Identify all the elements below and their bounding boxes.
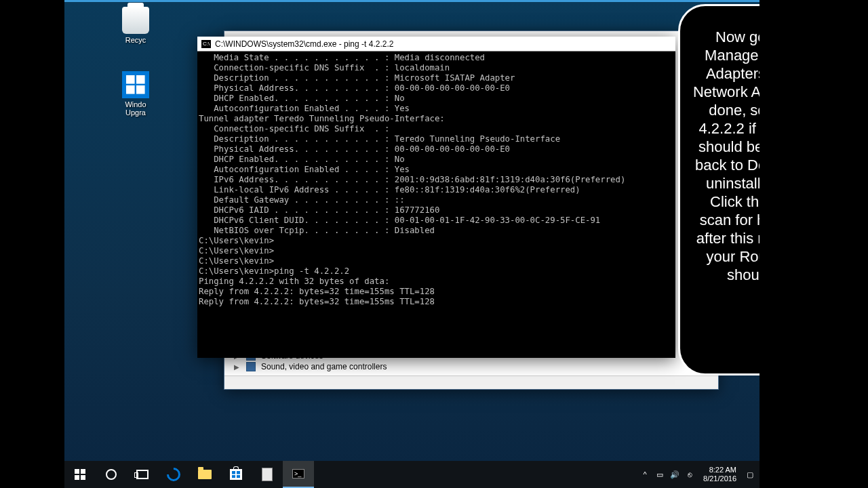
chevron-right-icon: ▶ <box>233 363 241 371</box>
device-icon <box>246 362 256 371</box>
terminal-line: Tunnel adapter Teredo Tunneling Pseudo-I… <box>199 114 675 124</box>
terminal-line: Description . . . . . . . . . . . : Tere… <box>199 134 675 144</box>
store-icon <box>230 469 242 480</box>
edge-button[interactable] <box>158 461 189 488</box>
terminal-line: Reply from 4.2.2.2: bytes=32 time=155ms … <box>199 297 675 307</box>
folder-icon <box>198 470 212 479</box>
battery-icon[interactable]: ▭ <box>653 461 667 488</box>
terminal-line: IPv6 Address. . . . . . . . . . . : 2001… <box>199 175 675 185</box>
network-icon[interactable]: ⎋ <box>683 461 696 488</box>
terminal-line: DHCP Enabled. . . . . . . . . . . : No <box>199 94 675 104</box>
recycle-label: Recyc <box>125 36 146 44</box>
calculator-icon <box>262 468 273 481</box>
terminal-line: Media State . . . . . . . . . . . : Medi… <box>199 53 675 63</box>
tray-chevron-icon[interactable]: ^ <box>638 461 652 488</box>
cmd-icon: >_ <box>292 469 304 479</box>
terminal-line: Reply from 4.2.2.2: bytes=32 time=155ms … <box>199 287 675 297</box>
terminal-line: NetBIOS over Tcpip. . . . . . . . : Disa… <box>199 226 675 236</box>
terminal-line: Physical Address. . . . . . . . . : 00-0… <box>199 83 675 94</box>
desktop-viewport: Recyc Windo Upgra ▶ Software devices ▶ S… <box>64 0 760 488</box>
upgrade-label-2: Upgra <box>125 108 146 117</box>
status-bar <box>224 375 718 389</box>
window-title: C:\WINDOWS\system32\cmd.exe - ping -t 4.… <box>215 39 393 49</box>
window-titlebar[interactable]: C:\ C:\WINDOWS\system32\cmd.exe - ping -… <box>197 37 675 52</box>
terminal-line: Connection-specific DNS Suffix . : local… <box>199 63 675 73</box>
terminal-line: DHCP Enabled. . . . . . . . . . . : No <box>199 155 675 165</box>
cortana-icon <box>106 469 117 480</box>
command-prompt-window[interactable]: C:\ C:\WINDOWS\system32\cmd.exe - ping -… <box>197 37 675 358</box>
volume-icon[interactable]: 🔊 <box>668 461 682 488</box>
action-center-icon[interactable]: ▢ <box>743 461 757 488</box>
recycle-bin-icon[interactable]: Recyc <box>112 7 159 44</box>
terminal-line: Link-local IPv6 Address . . . . . : fe80… <box>199 185 675 195</box>
terminal-line: Autoconfiguration Enabled . . . . : Yes <box>199 104 675 114</box>
terminal-line: DHCPv6 Client DUID. . . . . . . . : 00-0… <box>199 216 675 226</box>
terminal-line: Physical Address. . . . . . . . . : 00-0… <box>199 144 675 155</box>
task-view-icon <box>136 470 149 479</box>
windows-start-icon <box>75 469 85 480</box>
device-label: Sound, video and game controllers <box>261 362 387 371</box>
callout-text: Now go back to Device Manager, expand Ne… <box>693 28 760 283</box>
instruction-callout: Now go back to Device Manager, expand Ne… <box>678 4 760 375</box>
edge-icon <box>164 465 183 484</box>
clock-date: 8/21/2016 <box>703 474 736 483</box>
upgrade-label-1: Windo <box>125 100 146 108</box>
trash-icon <box>122 7 149 34</box>
terminal-line: C:\Users\kevin> <box>199 256 675 266</box>
windows-logo-icon <box>122 71 149 98</box>
file-explorer-button[interactable] <box>189 461 220 488</box>
taskbar[interactable]: >_ ^ ▭ 🔊 ⎋ 8:22 AM 8/21/2016 ▢ <box>64 461 760 488</box>
store-button[interactable] <box>220 461 252 488</box>
terminal-line: Pinging 4.2.2.2 with 32 bytes of data: <box>199 277 675 287</box>
terminal-line: C:\Users\kevin> <box>199 246 675 256</box>
terminal-line: C:\Users\kevin>ping -t 4.2.2.2 <box>199 266 675 277</box>
windows-upgrade-icon[interactable]: Windo Upgra <box>112 71 159 117</box>
terminal-line: DHCPv6 IAID . . . . . . . . . . . : 1677… <box>199 205 675 216</box>
clock-time: 8:22 AM <box>703 466 736 474</box>
terminal-line: Default Gateway . . . . . . . . . : :: <box>199 195 675 205</box>
cmd-taskbar-button[interactable]: >_ <box>283 461 314 488</box>
cortana-button[interactable] <box>96 461 127 488</box>
cmd-icon: C:\ <box>201 40 211 48</box>
system-tray[interactable]: ^ ▭ 🔊 ⎋ 8:22 AM 8/21/2016 ▢ <box>638 461 760 488</box>
terminal-line: Autoconfiguration Enabled . . . . : Yes <box>199 165 675 175</box>
terminal-line: Connection-specific DNS Suffix . : <box>199 124 675 134</box>
start-button[interactable] <box>64 461 96 488</box>
device-tree-item[interactable]: ▶ Sound, video and game controllers <box>233 361 387 372</box>
taskbar-clock[interactable]: 8:22 AM 8/21/2016 <box>698 466 742 483</box>
terminal-output[interactable]: Media State . . . . . . . . . . . : Medi… <box>197 52 675 307</box>
terminal-line: C:\Users\kevin> <box>199 236 675 246</box>
terminal-line: Description . . . . . . . . . . . : Micr… <box>199 73 675 83</box>
calculator-button[interactable] <box>252 461 283 488</box>
task-view-button[interactable] <box>127 461 158 488</box>
